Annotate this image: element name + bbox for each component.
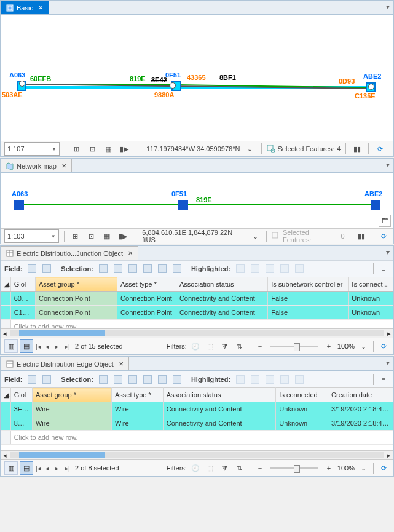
table-row[interactable]: 8BF1WireWireConnectivity and ContentUnkn… [1, 416, 393, 431]
zoom-out-icon[interactable]: − [254, 340, 266, 352]
sel-all-icon[interactable] [97, 263, 109, 275]
first-icon[interactable]: |◂ [36, 343, 43, 350]
calc-field-icon[interactable] [41, 373, 53, 386]
filter-funnel-icon[interactable]: ⧩ [219, 340, 231, 352]
filter-sort-icon[interactable]: ⇅ [234, 340, 246, 352]
clear-sel-icon[interactable] [127, 373, 139, 386]
panel-menu-icon[interactable]: ▾ [386, 359, 390, 367]
col-expand[interactable]: ◢ [1, 277, 10, 292]
calc-field-icon[interactable] [41, 263, 53, 275]
show-all-btn[interactable]: ▥ [4, 461, 18, 475]
col-subnet[interactable]: Is subnetwork controller [268, 277, 349, 292]
first-icon[interactable]: |◂ [36, 465, 43, 472]
switch-sel-icon[interactable] [112, 373, 124, 386]
port-2[interactable] [170, 82, 176, 89]
zoom-slider[interactable] [270, 467, 318, 469]
scale-select[interactable]: 1:107▼ [4, 142, 60, 156]
col-glob[interactable]: Glol [10, 277, 35, 292]
nm-node-0F51[interactable] [178, 200, 188, 210]
col-glob[interactable]: Glol [10, 388, 32, 402]
grid-icon[interactable]: ⊡ [86, 143, 98, 155]
copy-sel-icon[interactable] [171, 373, 183, 386]
zoom-out-icon[interactable]: − [254, 462, 266, 474]
prev-icon[interactable]: ◂ [45, 343, 53, 350]
network-canvas[interactable]: A063 0F51 819E ABE2 🗔 [1, 173, 393, 228]
chevron-down-icon[interactable]: ⌄ [250, 230, 262, 242]
sel-all-icon[interactable] [97, 373, 109, 386]
edge-grid[interactable]: ◢ Glol Asset group * Asset type * Associ… [1, 387, 393, 450]
filter-sort-icon[interactable]: ⇅ [234, 462, 246, 474]
zoom-in-icon[interactable]: + [323, 340, 335, 352]
refresh-icon[interactable]: ⟳ [374, 143, 386, 155]
snap-icon[interactable]: ⊞ [69, 230, 82, 242]
col-asset-group[interactable]: Asset group * [32, 388, 111, 402]
col-assoc[interactable]: Association status [163, 388, 276, 402]
zoom-slider[interactable] [270, 346, 318, 347]
col-conn[interactable]: Is connected [349, 277, 393, 292]
show-all-btn[interactable]: ▥ [4, 339, 18, 353]
snap-icon[interactable]: ⊞ [70, 143, 82, 155]
refresh-icon[interactable]: ⟳ [377, 340, 390, 352]
junction-grid[interactable]: ◢ Glol Asset group * Asset type * Associ… [1, 277, 393, 328]
last-icon[interactable]: ▸| [65, 465, 73, 472]
col-expand[interactable]: ◢ [1, 388, 10, 402]
close-icon[interactable]: ✕ [61, 162, 66, 169]
delete-sel-icon[interactable] [156, 263, 168, 275]
basic-canvas[interactable]: A063 0F51 ABE2 60EFB 503AE 819E 3E42 988… [1, 15, 393, 141]
filter-funnel-icon[interactable]: ⧩ [219, 462, 231, 474]
panel-menu-icon[interactable]: ▾ [386, 161, 390, 169]
zoom-sel-icon[interactable] [141, 263, 154, 275]
chevron-down-icon[interactable]: ⌄ [357, 462, 369, 474]
col-assoc[interactable]: Association status [176, 277, 267, 292]
chevron-down-icon[interactable]: ⌄ [357, 340, 369, 352]
ext-icon[interactable]: ▦ [102, 143, 114, 155]
col-asset-group[interactable]: Asset group * [35, 277, 117, 292]
tab-basic[interactable]: Basic ✕ [1, 1, 49, 14]
tab-network-map[interactable]: Network map ✕ [1, 159, 72, 172]
pause-btn[interactable]: ▮▮ [351, 143, 363, 155]
tab-junction[interactable]: Electric Distributio...Junction Object ✕ [1, 246, 138, 260]
zoom-in-icon[interactable]: + [323, 462, 335, 474]
tab-edge[interactable]: Electric Distribution Edge Object ✕ [1, 357, 129, 370]
nm-node-A063[interactable] [14, 200, 24, 210]
switch-sel-icon[interactable] [112, 263, 124, 275]
menu-icon[interactable]: ≡ [377, 373, 390, 386]
prev-icon[interactable]: ◂ [45, 465, 53, 472]
chevron-down-icon[interactable]: ⌄ [244, 143, 256, 155]
explorer-icon[interactable]: 🗔 [379, 215, 391, 227]
delete-sel-icon[interactable] [156, 373, 168, 386]
pause-btn[interactable]: ▮▮ [355, 230, 368, 242]
panel-menu-icon[interactable]: ▾ [386, 248, 390, 256]
new-row[interactable]: Click to add new row. [1, 431, 393, 445]
refresh-icon[interactable]: ⟳ [377, 230, 390, 242]
scale-select[interactable]: 1:103▼ [4, 229, 59, 243]
next-icon[interactable]: ▸ [55, 343, 63, 350]
table-row[interactable]: 3F42WireWireConnectivity and ContentUnkn… [1, 402, 393, 416]
pause-icon[interactable]: ▮▶ [118, 143, 130, 155]
zoom-sel-icon[interactable] [141, 373, 154, 386]
nm-node-ABE2[interactable] [371, 200, 380, 210]
close-icon[interactable]: ✕ [119, 360, 124, 367]
pause-icon[interactable]: ▮▶ [117, 230, 129, 242]
hscroll[interactable]: ◂▸ [1, 328, 393, 338]
port-3[interactable] [368, 84, 374, 90]
port-1[interactable] [19, 81, 25, 87]
next-icon[interactable]: ▸ [55, 465, 63, 472]
refresh-icon[interactable]: ⟳ [377, 462, 390, 474]
nm-edge[interactable] [19, 204, 376, 205]
show-selected-btn[interactable]: ▤ [20, 461, 33, 475]
panel-menu-icon[interactable]: ▾ [386, 2, 390, 11]
last-icon[interactable]: ▸| [65, 343, 73, 350]
show-selected-btn[interactable]: ▤ [20, 339, 33, 353]
col-conn[interactable]: Is connected [276, 388, 328, 402]
menu-icon[interactable]: ≡ [377, 263, 390, 275]
close-icon[interactable]: ✕ [38, 4, 43, 11]
add-field-icon[interactable] [26, 373, 38, 386]
grid-icon[interactable]: ⊡ [85, 230, 97, 242]
add-field-icon[interactable] [26, 263, 38, 275]
copy-sel-icon[interactable] [171, 263, 183, 275]
col-asset-type[interactable]: Asset type * [117, 277, 176, 292]
close-icon[interactable]: ✕ [128, 250, 133, 256]
table-row[interactable]: C135EConnection PointConnection PointCon… [1, 306, 393, 320]
col-asset-type[interactable]: Asset type * [112, 388, 164, 402]
